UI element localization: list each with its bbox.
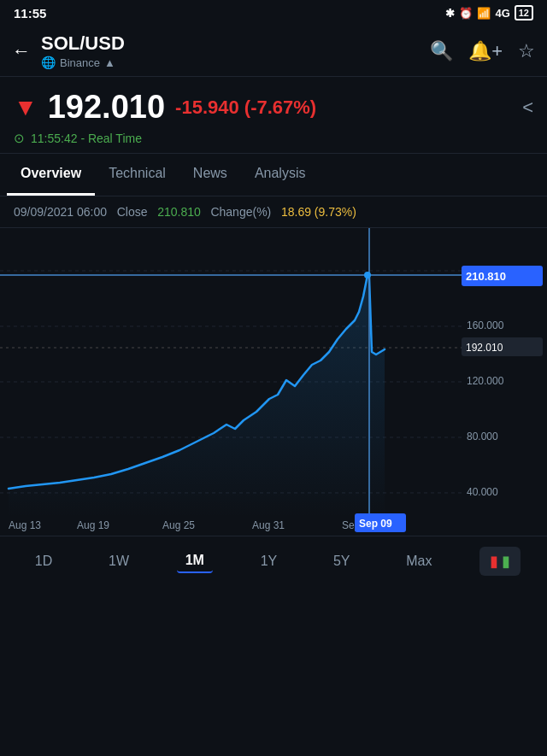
dropdown-arrow: ▲	[104, 56, 115, 69]
svg-text:Aug 31: Aug 31	[252, 519, 285, 531]
svg-text:Aug 25: Aug 25	[162, 519, 195, 531]
search-icon[interactable]: 🔍	[430, 40, 453, 62]
time-selector: 1D 1W 1M 1Y 5Y Max ▮ ▮	[0, 536, 547, 586]
svg-text:Aug 13: Aug 13	[9, 519, 41, 531]
close-value: 210.810	[157, 205, 201, 219]
header-title: SOL/USD	[41, 32, 420, 55]
header: ← SOL/USD 🌐 Binance ▲ 🔍 🔔+ ☆	[0, 26, 547, 77]
svg-text:40.000: 40.000	[467, 486, 498, 498]
signal-icon: 📶	[477, 7, 491, 20]
alarm-icon: ⏰	[459, 7, 473, 20]
back-button[interactable]: ←	[12, 40, 31, 62]
svg-text:Sep 09: Sep 09	[359, 518, 392, 530]
header-title-block: SOL/USD 🌐 Binance ▲	[41, 32, 420, 69]
price-value: 192.010	[48, 89, 165, 126]
chart-container: 210.810 192.010 160.000 120.000 80.000 4…	[0, 228, 547, 536]
price-chart[interactable]: 210.810 192.010 160.000 120.000 80.000 4…	[0, 228, 547, 536]
time-btn-1d[interactable]: 1D	[26, 550, 61, 572]
svg-text:80.000: 80.000	[467, 431, 498, 442]
candlestick-button[interactable]: ▮ ▮	[479, 547, 521, 576]
watchlist-star-icon[interactable]: ☆	[518, 40, 535, 62]
status-icons: ✱ ⏰ 📶 4G 12	[445, 5, 533, 21]
price-change: -15.940 (-7.67%)	[175, 97, 316, 119]
tabs-bar: Overview Technical News Analysis	[0, 154, 547, 196]
time-btn-1m[interactable]: 1M	[177, 549, 213, 573]
time-btn-1w[interactable]: 1W	[100, 550, 138, 572]
price-row: ▼ 192.010 -15.940 (-7.67%) <	[14, 89, 533, 126]
close-label: Close	[117, 205, 148, 219]
bluetooth-icon: ✱	[445, 7, 455, 20]
globe-icon: 🌐	[41, 56, 56, 69]
share-icon[interactable]: <	[522, 97, 533, 119]
chart-header: 09/09/2021 06:00 Close 210.810 Change(%)…	[0, 196, 547, 228]
svg-text:192.010: 192.010	[466, 342, 503, 354]
tab-news[interactable]: News	[179, 154, 241, 196]
time-btn-1y[interactable]: 1Y	[252, 550, 286, 572]
svg-point-25	[364, 272, 371, 278]
status-bar: 11:55 ✱ ⏰ 📶 4G 12	[0, 0, 547, 26]
network-icon: 4G	[495, 7, 509, 20]
exchange-name: Binance	[60, 56, 100, 69]
realtime-row: ⊙ 11:55:42 - Real Time	[14, 131, 533, 146]
price-section: ▼ 192.010 -15.940 (-7.67%) < ⊙ 11:55:42 …	[0, 77, 547, 154]
status-time: 11:55	[14, 6, 46, 21]
tab-analysis[interactable]: Analysis	[241, 154, 320, 196]
chart-date: 09/09/2021 06:00	[14, 205, 107, 219]
realtime-timestamp: 11:55:42 - Real Time	[31, 132, 142, 145]
battery-icon: 12	[515, 5, 533, 21]
time-btn-5y[interactable]: 5Y	[325, 550, 359, 572]
time-btn-max[interactable]: Max	[397, 550, 440, 572]
candle-red-icon: ▮	[490, 552, 498, 571]
change-label: Change(%)	[210, 205, 271, 219]
header-icons: 🔍 🔔+ ☆	[430, 40, 535, 62]
svg-text:160.000: 160.000	[467, 319, 504, 331]
svg-text:120.000: 120.000	[467, 375, 504, 387]
price-direction-icon: ▼	[14, 94, 38, 121]
clock-icon: ⊙	[14, 131, 25, 146]
svg-text:210.810: 210.810	[466, 270, 506, 283]
tab-technical[interactable]: Technical	[95, 154, 179, 196]
tab-overview[interactable]: Overview	[7, 154, 95, 196]
header-subtitle: 🌐 Binance ▲	[41, 56, 420, 69]
alert-add-icon[interactable]: 🔔+	[468, 40, 503, 62]
candle-green-icon: ▮	[502, 552, 510, 571]
svg-text:Aug 19: Aug 19	[77, 519, 109, 531]
change-value: 18.69 (9.73%)	[281, 205, 356, 219]
